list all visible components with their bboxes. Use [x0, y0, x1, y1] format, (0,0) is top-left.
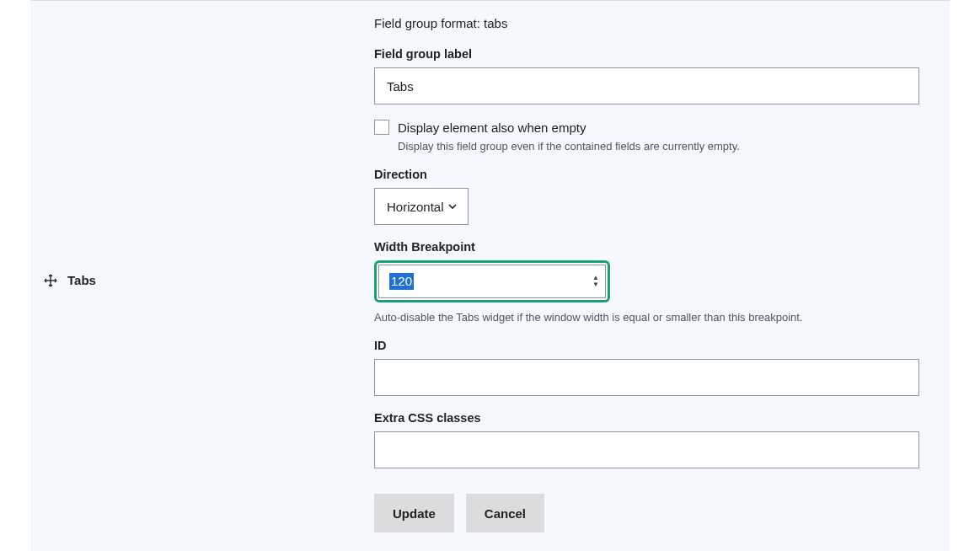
id-label: ID [374, 339, 919, 352]
display-empty-label: Display element also when empty [398, 120, 586, 135]
breakpoint-desc: Auto-disable the Tabs widget if the wind… [374, 311, 919, 324]
move-icon[interactable] [42, 272, 59, 289]
breakpoint-value-highlight: 120 [389, 273, 414, 290]
stepper-down-icon[interactable]: ▼ [592, 281, 599, 288]
action-buttons: Update Cancel [374, 494, 919, 532]
breakpoint-label: Width Breakpoint [374, 240, 919, 254]
breakpoint-input-wrap: 120 ▲ ▼ [374, 260, 610, 302]
update-button[interactable]: Update [374, 494, 454, 532]
format-value: tabs [484, 16, 507, 30]
row-header: Tabs [30, 16, 374, 532]
format-prefix: Field group format: [374, 16, 484, 30]
css-label: Extra CSS classes [374, 411, 919, 425]
label-field-group: Field group label [374, 47, 919, 104]
label-input[interactable] [374, 67, 919, 104]
css-input[interactable] [374, 431, 919, 468]
chevron-down-icon [447, 201, 458, 211]
row-title: Tabs [67, 272, 96, 289]
settings-form: Field group format: tabs Field group lab… [374, 16, 950, 532]
breakpoint-group: Width Breakpoint 120 ▲ ▼ Auto-disable th… [374, 240, 919, 324]
css-group: Extra CSS classes [374, 411, 919, 468]
direction-select[interactable]: Horizontal [374, 188, 469, 225]
id-input[interactable] [374, 359, 919, 396]
number-stepper[interactable]: ▲ ▼ [592, 275, 599, 288]
display-empty-group: Display element also when empty Display … [374, 120, 919, 152]
label-field-label: Field group label [374, 47, 919, 61]
cancel-button[interactable]: Cancel [466, 494, 544, 532]
field-group-settings-panel: Tabs Field group format: tabs Field grou… [30, 0, 950, 551]
format-line: Field group format: tabs [374, 16, 919, 30]
direction-group: Direction Horizontal [374, 168, 919, 225]
id-group: ID [374, 339, 919, 396]
display-empty-help: Display this field group even if the con… [374, 140, 919, 152]
direction-value: Horizontal [387, 200, 444, 214]
direction-label: Direction [374, 168, 919, 181]
display-empty-checkbox[interactable] [374, 120, 389, 135]
